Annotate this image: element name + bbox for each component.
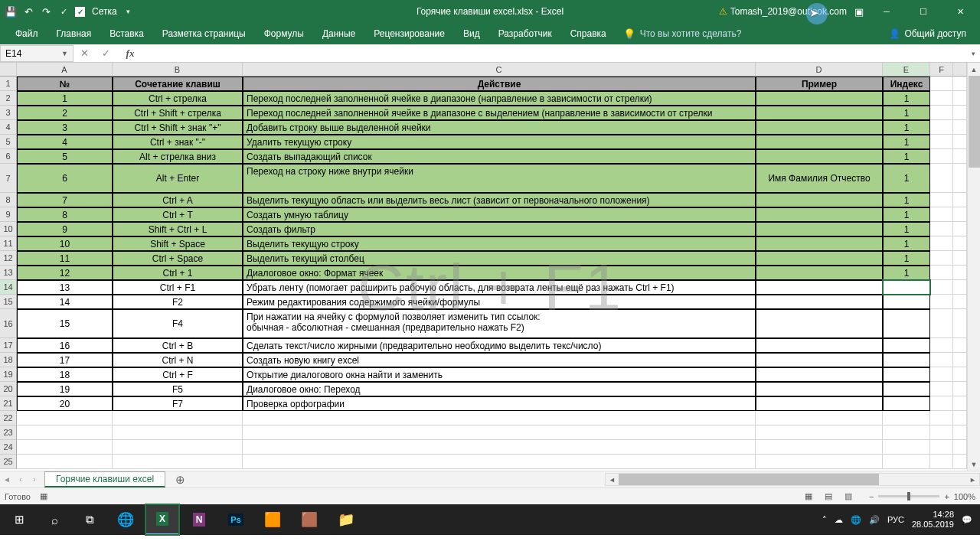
cell[interactable]: 14	[17, 295, 113, 309]
cell[interactable]	[953, 251, 967, 266]
cell[interactable]: 1	[883, 266, 930, 280]
cell[interactable]: 16	[17, 338, 113, 353]
close-button[interactable]: ✕	[945, 0, 975, 23]
cell[interactable]: Ctrl + A	[113, 193, 243, 207]
cell[interactable]: При нажатии на ячейку с формулой позволя…	[243, 309, 756, 338]
share-button[interactable]: 👤 Общий доступ	[881, 28, 974, 39]
zoom-in-icon[interactable]: +	[944, 492, 949, 501]
row-header[interactable]: 24	[0, 440, 17, 455]
cell[interactable]	[17, 411, 113, 425]
row-header[interactable]: 14	[0, 280, 17, 295]
insert-function-icon[interactable]: fx	[119, 45, 141, 62]
cell[interactable]	[953, 149, 967, 164]
cell[interactable]	[756, 149, 883, 164]
ribbon-tab[interactable]: Формулы	[255, 23, 313, 44]
start-button[interactable]: ⊞	[3, 504, 35, 535]
cell[interactable]	[930, 338, 953, 353]
cell[interactable]	[953, 440, 967, 455]
cell[interactable]: 8	[17, 207, 113, 222]
notifications-icon[interactable]: 💬	[962, 515, 972, 525]
cell[interactable]	[953, 164, 967, 193]
cell[interactable]: Выделить текущую строку	[243, 236, 756, 251]
cell[interactable]	[953, 135, 967, 149]
ribbon-tab[interactable]: Разметка страницы	[153, 23, 255, 44]
cell[interactable]: Ctrl + 1	[113, 266, 243, 280]
ribbon-tab[interactable]: Вид	[454, 23, 489, 44]
clock[interactable]: 14:28 28.05.2019	[912, 510, 954, 530]
header-cell[interactable]: Сочетание клавиш	[113, 77, 243, 91]
cell[interactable]	[930, 193, 953, 207]
cell[interactable]: 11	[17, 251, 113, 266]
minimize-button[interactable]: ─	[871, 0, 902, 23]
redo-icon[interactable]: ↷	[40, 5, 52, 18]
row-header[interactable]: 22	[0, 411, 17, 425]
cell[interactable]	[243, 425, 756, 440]
app-4[interactable]: 🟧	[256, 504, 289, 535]
cell[interactable]	[756, 425, 883, 440]
cell[interactable]	[883, 353, 930, 367]
cell[interactable]: 1	[883, 207, 930, 222]
tab-nav-first-icon[interactable]: ◄	[0, 475, 14, 484]
cell[interactable]: F2	[113, 295, 243, 309]
cell[interactable]	[756, 266, 883, 280]
cell[interactable]	[930, 382, 953, 396]
cell[interactable]: Имя Фамилия Отчество	[756, 164, 883, 193]
search-icon[interactable]: ⌕	[38, 504, 70, 535]
cell[interactable]: Ctrl + B	[113, 338, 243, 353]
cell[interactable]	[883, 309, 930, 338]
cell[interactable]	[883, 338, 930, 353]
row-header[interactable]: 20	[0, 382, 17, 396]
cell[interactable]	[930, 425, 953, 440]
cell[interactable]	[883, 382, 930, 396]
cell[interactable]	[953, 411, 967, 425]
scroll-up-icon[interactable]: ▲	[968, 63, 980, 76]
col-header[interactable]: E	[883, 63, 930, 77]
cell[interactable]	[756, 440, 883, 455]
cell[interactable]	[17, 455, 113, 469]
hscroll-right-icon[interactable]: ►	[966, 476, 979, 484]
cell[interactable]	[953, 91, 967, 106]
cell[interactable]: 7	[17, 193, 113, 207]
cell[interactable]	[756, 251, 883, 266]
cell[interactable]: 1	[883, 222, 930, 236]
cell[interactable]: Shift + Ctrl + L	[113, 222, 243, 236]
cell[interactable]	[953, 266, 967, 280]
cell[interactable]	[756, 295, 883, 309]
cell[interactable]: 6	[17, 164, 113, 193]
cell[interactable]	[953, 353, 967, 367]
cell[interactable]: Проверка орфографии	[243, 396, 756, 411]
cell[interactable]	[756, 91, 883, 106]
horizontal-scrollbar[interactable]: ◄ ►	[605, 473, 980, 486]
tab-nav-prev-icon[interactable]: ‹	[14, 475, 28, 484]
cell[interactable]: 15	[17, 309, 113, 338]
cell[interactable]	[756, 309, 883, 338]
ribbon-tab[interactable]: Главная	[47, 23, 101, 44]
cell[interactable]	[953, 120, 967, 135]
cancel-formula-icon[interactable]: ✕	[74, 45, 95, 62]
cell[interactable]: Сделать текст/число жирными (предварител…	[243, 338, 756, 353]
cell[interactable]: Alt + Enter	[113, 164, 243, 193]
cell[interactable]: 1	[883, 120, 930, 135]
cell[interactable]	[953, 295, 967, 309]
cell[interactable]: 1	[883, 135, 930, 149]
scroll-thumb[interactable]	[969, 76, 980, 168]
cell[interactable]	[930, 106, 953, 120]
cell[interactable]	[953, 338, 967, 353]
cell[interactable]: 1	[883, 193, 930, 207]
cell[interactable]	[930, 164, 953, 193]
cell[interactable]	[113, 455, 243, 469]
cell[interactable]: 1	[883, 236, 930, 251]
cell[interactable]: 20	[17, 396, 113, 411]
cell[interactable]	[953, 309, 967, 338]
row-header[interactable]: 8	[0, 193, 17, 207]
cell[interactable]	[883, 396, 930, 411]
cell[interactable]	[756, 367, 883, 382]
cell[interactable]	[953, 280, 967, 295]
cell[interactable]	[883, 425, 930, 440]
ribbon-tab[interactable]: Справка	[561, 23, 616, 44]
cell[interactable]	[953, 367, 967, 382]
cell[interactable]: Ctrl + Shift + стрелка	[113, 106, 243, 120]
cell[interactable]	[930, 207, 953, 222]
cell[interactable]	[953, 106, 967, 120]
cell[interactable]: 1	[17, 91, 113, 106]
